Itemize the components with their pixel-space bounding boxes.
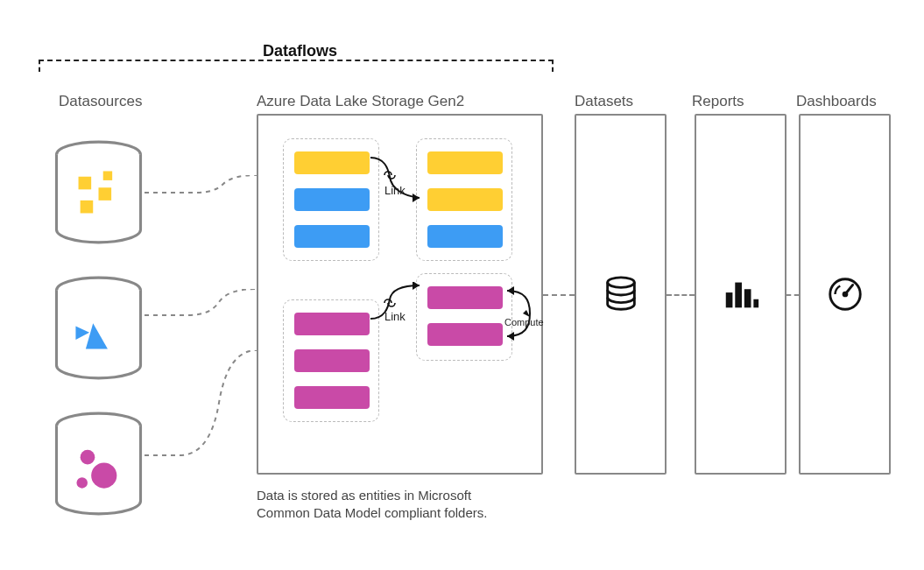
svg-marker-15 bbox=[507, 332, 514, 341]
compute-label: Compute bbox=[504, 317, 544, 327]
svg-point-10 bbox=[91, 462, 116, 488]
adls-label: Azure Data Lake Storage Gen2 bbox=[257, 93, 464, 110]
reports-label: Reports bbox=[692, 93, 744, 110]
gauge-icon bbox=[825, 274, 865, 314]
datasets-label: Datasets bbox=[575, 93, 633, 110]
datasource-cylinder-2 bbox=[53, 276, 145, 381]
entity-bar bbox=[427, 225, 503, 248]
compute-arrow bbox=[504, 278, 539, 348]
svg-rect-1 bbox=[79, 177, 92, 190]
svg-line-23 bbox=[845, 285, 853, 294]
connector-adls-datasets bbox=[543, 294, 575, 296]
connector-reports-dashboards bbox=[786, 294, 799, 296]
entity-group-bottom-right bbox=[416, 273, 512, 361]
entity-group-top-left bbox=[283, 138, 379, 261]
datasets-box bbox=[575, 114, 667, 475]
entity-group-bottom-left bbox=[283, 299, 379, 422]
adls-caption-line2: Common Data Model compliant folders. bbox=[257, 504, 487, 522]
link-icon bbox=[383, 296, 397, 310]
svg-marker-14 bbox=[507, 286, 514, 295]
adls-caption-line1: Data is stored as entities in Microsoft bbox=[257, 487, 471, 504]
database-icon bbox=[601, 274, 641, 314]
connector-ds3 bbox=[145, 350, 257, 464]
datasources-label: Datasources bbox=[59, 93, 142, 110]
entity-bar bbox=[427, 151, 503, 174]
datasource-cylinder-1 bbox=[53, 140, 145, 245]
svg-point-11 bbox=[76, 477, 88, 489]
svg-rect-20 bbox=[753, 299, 758, 308]
link-label-1: Link bbox=[384, 184, 406, 197]
entity-bar bbox=[294, 313, 370, 335]
link-icon bbox=[383, 168, 397, 182]
datasource-cylinder-3 bbox=[53, 412, 145, 517]
svg-point-9 bbox=[81, 450, 95, 465]
svg-rect-3 bbox=[81, 201, 94, 214]
link-label-2: Link bbox=[384, 310, 406, 323]
entity-bar bbox=[294, 349, 370, 372]
svg-rect-17 bbox=[725, 292, 732, 307]
adls-box: Link Link Compute bbox=[257, 114, 543, 475]
link-arrow-1 bbox=[369, 152, 430, 205]
entity-group-top-right bbox=[416, 138, 512, 261]
reports-box bbox=[695, 114, 786, 475]
svg-rect-4 bbox=[103, 171, 112, 179]
connector-ds1 bbox=[145, 175, 257, 201]
entity-bar bbox=[294, 188, 370, 211]
connector-ds2 bbox=[145, 289, 257, 324]
dataflows-title: Dataflows bbox=[263, 42, 337, 60]
svg-marker-13 bbox=[413, 282, 420, 290]
entity-bar bbox=[427, 188, 503, 211]
dataflows-bracket bbox=[39, 60, 554, 72]
dashboards-label: Dashboards bbox=[796, 93, 877, 110]
svg-marker-12 bbox=[413, 194, 420, 202]
connector-datasets-reports bbox=[667, 294, 695, 296]
svg-point-16 bbox=[607, 278, 634, 288]
dashboards-box bbox=[799, 114, 891, 475]
entity-bar bbox=[294, 386, 370, 409]
entity-bar bbox=[427, 286, 503, 309]
entity-bar bbox=[294, 225, 370, 248]
entity-bar bbox=[427, 323, 503, 346]
svg-rect-18 bbox=[735, 283, 742, 308]
entity-bar bbox=[294, 151, 370, 174]
svg-rect-19 bbox=[744, 289, 751, 307]
bar-chart-icon bbox=[721, 274, 761, 314]
svg-rect-2 bbox=[99, 187, 112, 201]
